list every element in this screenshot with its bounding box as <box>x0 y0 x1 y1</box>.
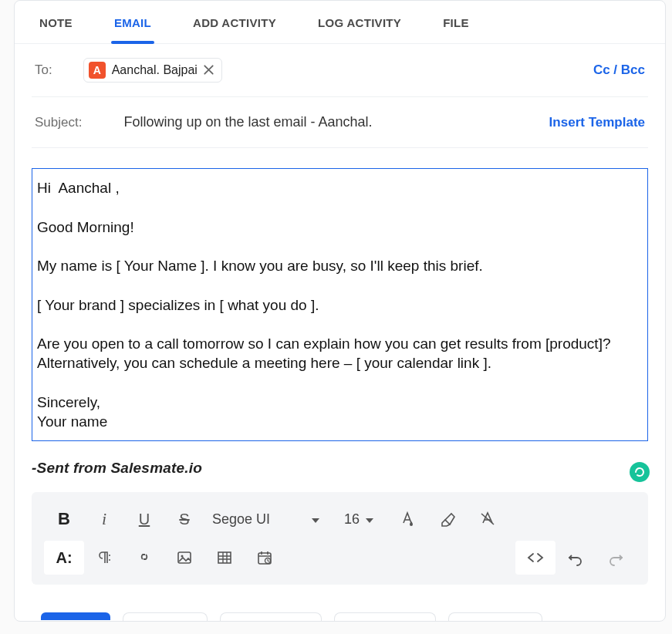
bold-button[interactable]: B <box>44 502 84 536</box>
clear-format-button[interactable] <box>468 502 508 536</box>
email-body-editor[interactable]: Hi Aanchal , Good Morning! My name is [ … <box>32 168 648 441</box>
redo-button[interactable] <box>596 541 636 575</box>
undo-button[interactable] <box>555 541 596 575</box>
font-family-value: Segoe UI <box>212 511 270 528</box>
subject-input[interactable]: Following up on the last email - Aanchal… <box>123 114 372 130</box>
text-color-button[interactable] <box>387 502 427 536</box>
svg-rect-4 <box>218 552 231 563</box>
svg-point-0 <box>109 555 110 556</box>
subject-row: Subject: Following up on the last email … <box>32 97 648 148</box>
compose-card: NOTE EMAIL ADD ACTIVITY LOG ACTIVITY FIL… <box>14 0 666 622</box>
to-label: To: <box>35 62 52 78</box>
strikethrough-button[interactable]: S <box>164 502 204 536</box>
tab-email[interactable]: EMAIL <box>111 5 154 43</box>
font-family-select[interactable]: Segoe UI <box>212 511 322 528</box>
paragraph-button[interactable] <box>84 541 124 575</box>
secondary-button-3[interactable] <box>334 612 436 621</box>
table-button[interactable] <box>204 541 245 575</box>
tab-log-activity[interactable]: LOG ACTIVITY <box>315 5 404 43</box>
format-toolbar: B i U S Segoe UI 16 <box>32 492 648 585</box>
recipient-name: Aanchal. Bajpai <box>112 63 198 77</box>
image-button[interactable] <box>164 541 204 575</box>
refresh-icon <box>633 466 646 478</box>
font-size-select[interactable]: 16 <box>344 511 373 528</box>
schedule-button[interactable] <box>245 541 285 575</box>
subject-label: Subject: <box>35 115 82 130</box>
to-row: To: A Aanchal. Bajpai Cc / Bcc <box>32 44 648 97</box>
underline-button[interactable]: U <box>124 502 164 536</box>
secondary-button-2[interactable] <box>220 612 322 621</box>
cc-bcc-link[interactable]: Cc / Bcc <box>593 62 645 78</box>
compose-tabs: NOTE EMAIL ADD ACTIVITY LOG ACTIVITY FIL… <box>15 4 665 44</box>
refresh-fab[interactable] <box>630 462 650 482</box>
font-size-value: 16 <box>344 511 360 528</box>
send-button[interactable] <box>41 612 110 620</box>
secondary-button-4[interactable] <box>448 612 542 621</box>
italic-button[interactable]: i <box>84 502 124 536</box>
action-buttons-strip <box>41 612 542 621</box>
heading-button[interactable]: A: <box>44 541 84 575</box>
secondary-button-1[interactable] <box>123 612 208 621</box>
recipient-initial-badge: A <box>89 62 106 79</box>
insert-template-link[interactable]: Insert Template <box>549 115 645 130</box>
link-button[interactable] <box>124 541 164 575</box>
recipient-chip[interactable]: A Aanchal. Bajpai <box>83 58 222 83</box>
chevron-down-icon <box>366 511 373 528</box>
svg-point-1 <box>109 559 110 561</box>
chevron-down-icon <box>312 511 319 528</box>
svg-rect-2 <box>178 552 191 563</box>
tab-file[interactable]: FILE <box>440 5 472 43</box>
tab-note[interactable]: NOTE <box>36 5 76 43</box>
highlight-button[interactable] <box>427 502 468 536</box>
remove-recipient-icon[interactable] <box>204 64 214 77</box>
email-signature: -Sent from Salesmate.io <box>32 460 648 477</box>
code-view-button[interactable] <box>515 541 555 575</box>
tab-add-activity[interactable]: ADD ACTIVITY <box>190 5 279 43</box>
